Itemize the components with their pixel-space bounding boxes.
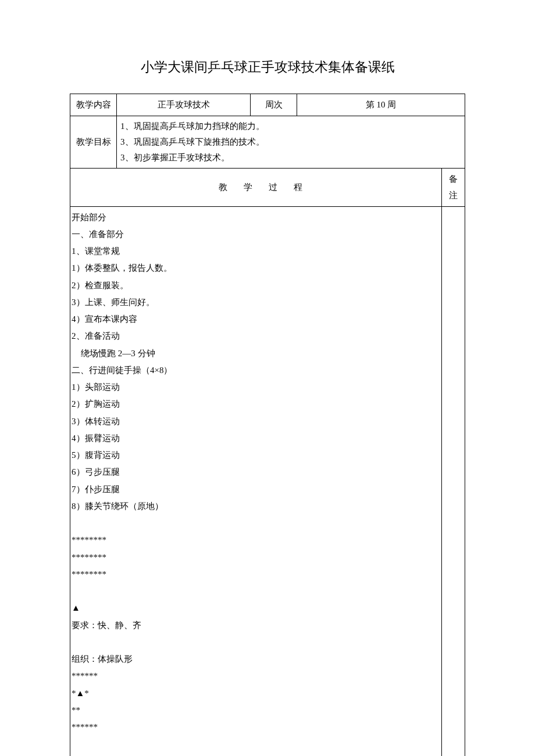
row-process-body: 开始部分一、准备部分1、课堂常规1）体委整队，报告人数。2）检查服装。3）上课、… [70,206,465,756]
content-line: 6）弓步压腿 [72,464,441,481]
week-label: 周次 [251,94,297,116]
content-line: 2）检查服装。 [72,277,441,294]
objective-value: 1、巩固提高乒乓球加力挡球的能力。3、巩固提高乒乓球下旋推挡的技术。3、初步掌握… [117,116,465,168]
lesson-table: 教学内容 正手攻球技术 周次 第 10 周 教学目标 1、巩固提高乒乓球加力挡球… [70,94,465,756]
content-line: 组织：体操队形 [72,651,441,668]
blank-line [72,634,441,651]
row-content: 教学内容 正手攻球技术 周次 第 10 周 [70,94,465,116]
content-line: 3）上课、师生问好。 [72,294,441,311]
content-line: 3）体转运动 [72,413,441,430]
content-line: 1）头部运动 [72,379,441,396]
content-line: 教法：教师领做、学生跟做 [72,753,441,757]
remark-header: 备注 [442,168,465,206]
content-line: ******** [72,532,441,549]
blank-line [72,583,441,600]
content-line: ******** [72,566,441,583]
content-line: 开始部分 [72,209,441,226]
content-line: ▲ [72,600,441,617]
content-line: 二、行进间徒手操（4×8） [72,362,441,379]
content-line: *▲* [72,685,441,702]
content-value: 正手攻球技术 [117,94,251,116]
content-line: 5）腹背运动 [72,447,441,464]
content-line: ******** [72,549,441,566]
remark-cell [442,206,465,756]
content-line: ** [72,702,441,719]
content-line: 一、准备部分 [72,226,441,243]
process-content: 开始部分一、准备部分1、课堂常规1）体委整队，报告人数。2）检查服装。3）上课、… [70,206,442,756]
content-line: 4）宣布本课内容 [72,311,441,328]
process-header: 教学过程 [70,168,442,206]
content-line: 绕场慢跑 2—3 分钟 [72,345,441,362]
content-line: ****** [72,719,441,736]
content-line: 8）膝关节绕环（原地） [72,498,441,515]
content-label: 教学内容 [70,94,117,116]
content-line: 要求：快、静、齐 [72,617,441,634]
objective-label: 教学目标 [70,116,117,168]
content-line: 7）仆步压腿 [72,481,441,498]
content-line: 1）体委整队，报告人数。 [72,260,441,277]
page-title: 小学大课间乒乓球正手攻球技术集体备课纸 [70,58,465,76]
objective-line: 3、巩固提高乒乓球下旋推挡的技术。 [120,134,461,150]
content-line: ****** [72,668,441,685]
blank-line [72,515,441,532]
row-process-header: 教学过程 备注 [70,168,465,206]
objective-line: 3、初步掌握正手攻球技术。 [120,150,461,166]
content-line: 4）振臂运动 [72,430,441,447]
objective-line: 1、巩固提高乒乓球加力挡球的能力。 [120,119,461,134]
content-line: 1、课堂常规 [72,243,441,260]
content-line: 2、准备活动 [72,328,441,345]
row-objective: 教学目标 1、巩固提高乒乓球加力挡球的能力。3、巩固提高乒乓球下旋推挡的技术。3… [70,116,465,168]
week-value: 第 10 周 [297,94,465,116]
blank-line [72,736,441,753]
content-line: 2）扩胸运动 [72,396,441,413]
